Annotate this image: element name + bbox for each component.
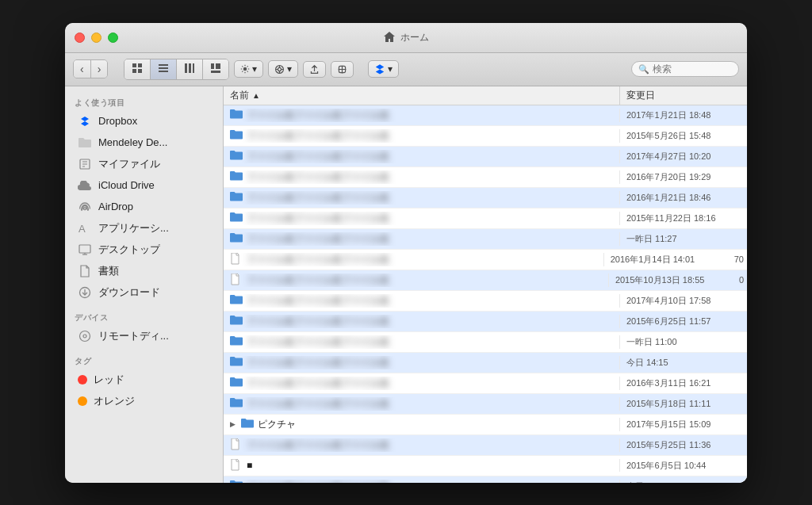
file-date: 2017年5月15日 15:09 (620, 419, 747, 430)
sidebar-item-apps[interactable]: A アプリケーシ... (68, 218, 220, 239)
table-row[interactable]: ファイル名ファイル名ファイル名2016年1月21日 18:46 (224, 188, 747, 209)
svg-rect-0 (132, 63, 136, 67)
sidebar-item-remotedisk[interactable]: リモートディ... (68, 326, 220, 346)
folder-icon (230, 294, 243, 307)
search-icon: 🔍 (638, 64, 649, 75)
sidebar-item-dropbox-label: Dropbox (98, 115, 137, 127)
tag-button[interactable] (331, 61, 354, 78)
devices-header: デバイス (65, 308, 223, 325)
sidebar: よく使う項目 Dropbox Mendeley De... マイファイル (65, 86, 224, 483)
sidebar-item-docs[interactable]: 書類 (68, 261, 220, 281)
file-date: 2016年1月21日 18:46 (620, 192, 747, 204)
view-options-button[interactable]: ▾ (234, 60, 263, 78)
dropbox-button[interactable]: ▾ (368, 60, 399, 78)
sidebar-item-icloud[interactable]: iCloud Drive (68, 175, 220, 196)
view-icon-button[interactable] (124, 59, 151, 79)
back-button[interactable]: ‹ (74, 60, 91, 78)
folder-icon (230, 129, 243, 142)
view-column-button[interactable] (177, 59, 203, 79)
downloads-icon (78, 285, 92, 300)
file-name: ファイル名ファイル名ファイル名 (247, 480, 389, 483)
close-button[interactable] (75, 33, 85, 43)
view-buttons (124, 59, 229, 80)
column-date[interactable]: 変更日 (620, 86, 747, 105)
file-name: ファイル名ファイル名ファイル名 (247, 109, 389, 122)
airdrop-icon (78, 200, 92, 214)
table-row[interactable]: ファイル名ファイル名ファイル名2015年6月25日 11:57 (224, 312, 747, 332)
disclosure-triangle[interactable]: ▶ (230, 420, 236, 428)
folder-icon (230, 356, 243, 369)
file-name: ファイル名ファイル名ファイル名 (247, 129, 389, 143)
file-date: 2015年6月25日 11:57 (620, 316, 747, 327)
table-row[interactable]: ファイル名ファイル名ファイル名2017年4月10日 17:58 (224, 291, 747, 312)
svg-rect-3 (138, 69, 142, 73)
file-name: ファイル名ファイル名ファイル名 (247, 212, 389, 225)
titlebar: ホーム (65, 23, 747, 53)
table-row[interactable]: ファイル名ファイル名ファイル名2015年5月26日 15:48 (224, 126, 747, 147)
file-date: 2017年1月21日 18:48 (620, 109, 747, 121)
svg-rect-1 (138, 63, 142, 67)
file-date: 今日 14:13 (620, 480, 747, 483)
table-row[interactable]: ファイル名ファイル名ファイル名2015年10月13日 18:550 (224, 270, 747, 291)
file-name: ファイル名ファイル名ファイル名 (247, 315, 389, 328)
sidebar-item-dropbox[interactable]: Dropbox (68, 111, 220, 132)
table-row[interactable]: ファイル名ファイル名ファイル名2015年5月18日 11:11 (224, 394, 747, 415)
view-cover-button[interactable] (203, 59, 228, 79)
sidebar-item-mendeley[interactable]: Mendeley De... (68, 132, 220, 153)
sidebar-item-tag-orange-label: オレンジ (94, 394, 135, 408)
table-row[interactable]: ファイル名ファイル名ファイル名一昨日 11:00 (224, 332, 747, 353)
column-name[interactable]: 名前 ▲ (224, 86, 620, 105)
file-name: ファイル名ファイル名ファイル名 (247, 335, 389, 349)
svg-rect-4 (159, 64, 168, 66)
svg-rect-8 (189, 63, 191, 73)
table-row[interactable]: ファイル名ファイル名ファイル名一昨日 11:27 (224, 229, 747, 250)
file-name: ファイル名ファイル名ファイル名 (247, 253, 389, 266)
myfiles-icon (78, 157, 92, 171)
sidebar-item-myfiles[interactable]: マイファイル (68, 154, 220, 174)
table-row[interactable]: ファイル名ファイル名ファイル名2016年7月20日 19:29 (224, 167, 747, 188)
table-row[interactable]: ファイル名ファイル名ファイル名2017年1月21日 18:48 (224, 105, 747, 126)
maximize-button[interactable] (108, 33, 118, 43)
tags-header: タグ (65, 351, 223, 369)
table-row[interactable]: ファイル名ファイル名ファイル名今日 14:13 (224, 476, 747, 483)
table-row[interactable]: ▶ピクチャ2017年5月15日 15:09 (224, 415, 747, 435)
table-row[interactable]: ファイル名ファイル名ファイル名2015年5月25日 11:36 (224, 435, 747, 456)
svg-rect-7 (185, 63, 187, 73)
sidebar-item-tag-red[interactable]: レッド (68, 369, 220, 390)
folder-icon (230, 150, 243, 163)
sidebar-item-downloads[interactable]: ダウンロード (68, 282, 220, 303)
file-name: ファイル名ファイル名ファイル名 (247, 191, 389, 205)
search-input[interactable] (653, 63, 732, 75)
table-row[interactable]: ファイル名ファイル名ファイル名2015年11月22日 18:16 (224, 209, 747, 229)
file-name: ■ (247, 460, 252, 471)
arrange-button[interactable]: ▾ (268, 60, 298, 78)
table-row[interactable]: ファイル名ファイル名ファイル名今日 14:15 (224, 353, 747, 373)
table-row[interactable]: ファイル名ファイル名ファイル名2016年3月11日 16:21 (224, 373, 747, 394)
file-extra: 0 (736, 275, 747, 285)
file-date: 2015年5月18日 11:11 (620, 398, 747, 410)
table-row[interactable]: ファイル名ファイル名ファイル名2016年1月14日 14:0170 (224, 250, 747, 270)
sidebar-item-airdrop[interactable]: AirDrop (68, 197, 220, 217)
home-icon (383, 31, 396, 44)
desktop-icon (78, 243, 92, 257)
sidebar-item-mendeley-label: Mendeley De... (98, 136, 167, 148)
arrange-arrow: ▾ (287, 63, 292, 75)
sidebar-item-myfiles-label: マイファイル (98, 157, 160, 171)
svg-rect-2 (132, 69, 136, 73)
sidebar-item-desktop[interactable]: デスクトップ (68, 239, 220, 260)
file-name: ファイル名ファイル名ファイル名 (247, 274, 389, 287)
table-row[interactable]: ■2015年6月5日 10:44 (224, 456, 747, 476)
file-name: ファイル名ファイル名ファイル名 (247, 294, 389, 308)
table-row[interactable]: ファイル名ファイル名ファイル名2017年4月27日 10:20 (224, 147, 747, 167)
icloud-icon (78, 178, 92, 193)
file-name: ファイル名ファイル名ファイル名 (247, 377, 389, 390)
share-button[interactable] (303, 61, 326, 78)
file-date: 2017年4月10日 17:58 (620, 295, 747, 307)
forward-button[interactable]: › (91, 60, 108, 78)
minimize-button[interactable] (91, 33, 102, 43)
apps-icon: A (78, 221, 92, 235)
folder-icon (230, 191, 243, 204)
view-list-button[interactable] (151, 59, 177, 79)
sidebar-item-tag-orange[interactable]: オレンジ (68, 391, 220, 411)
file-extra: 70 (731, 254, 747, 264)
